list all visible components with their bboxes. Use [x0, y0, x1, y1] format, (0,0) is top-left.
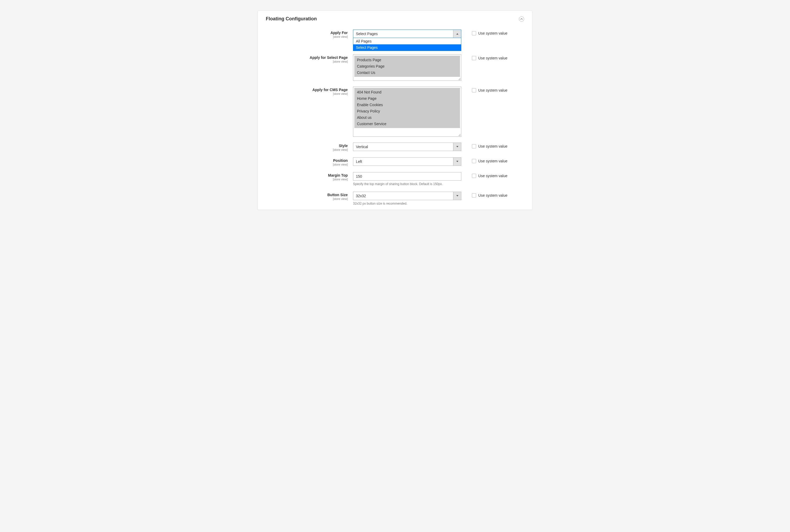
- use-system-check[interactable]: Use system value: [472, 159, 524, 163]
- apply-select-page-label: Apply for Select Page: [266, 55, 348, 60]
- field-control-col: 32x32 32x32 px button size is recommende…: [353, 192, 461, 205]
- multiselect-option[interactable]: Categories Page: [354, 63, 460, 70]
- field-style: Style [store view] Vertical Use system v…: [266, 142, 524, 152]
- checkbox-icon: [472, 88, 476, 92]
- apply-for-toggle[interactable]: [453, 30, 461, 38]
- multiselect-option[interactable]: Home Page: [354, 95, 460, 102]
- margin-top-label: Margin Top: [266, 173, 348, 178]
- button-size-select[interactable]: 32x32: [353, 192, 461, 200]
- button-size-value: 32x32: [353, 192, 453, 200]
- field-side-col: Use system value: [461, 192, 524, 197]
- use-system-label: Use system value: [478, 56, 507, 60]
- field-control-col: 404 Not Found Home Page Enable Cookies P…: [353, 87, 461, 137]
- collapse-toggle-button[interactable]: [519, 16, 524, 22]
- multiselect-option[interactable]: Customer Service: [354, 121, 460, 127]
- position-select[interactable]: Left: [353, 157, 461, 166]
- field-apply-cms-page: Apply for CMS Page [store view] 404 Not …: [266, 87, 524, 137]
- multiselect-option[interactable]: Privacy Policy: [354, 108, 460, 114]
- field-control-col: Vertical: [353, 142, 461, 151]
- use-system-check[interactable]: Use system value: [472, 193, 524, 197]
- field-label-col: Apply for CMS Page [store view]: [266, 87, 353, 96]
- field-side-col: Use system value: [461, 142, 524, 148]
- field-side-col: Use system value: [461, 157, 524, 163]
- apply-for-label: Apply For: [266, 31, 348, 35]
- field-label-col: Style [store view]: [266, 142, 353, 152]
- resize-handle-icon[interactable]: [458, 133, 461, 136]
- chevron-down-icon: [456, 195, 458, 196]
- margin-top-input[interactable]: [353, 172, 461, 180]
- field-label-col: Margin Top [store view]: [266, 172, 353, 181]
- position-label: Position: [266, 158, 348, 163]
- field-margin-top: Margin Top [store view] Specify the top …: [266, 172, 524, 186]
- checkbox-icon: [472, 174, 476, 178]
- button-size-toggle[interactable]: [453, 192, 461, 200]
- checkbox-icon: [472, 144, 476, 148]
- position-value: Left: [353, 158, 453, 166]
- resize-handle-icon[interactable]: [458, 77, 461, 80]
- use-system-check[interactable]: Use system value: [472, 88, 524, 92]
- chevron-down-icon: [456, 161, 458, 162]
- scope-label: [store view]: [266, 60, 348, 63]
- apply-for-value: Select Pages: [353, 30, 453, 38]
- field-side-col: Use system value: [461, 30, 524, 35]
- chevron-up-icon: [456, 33, 458, 35]
- button-size-note: 32x32 px button size is recommended.: [353, 202, 461, 205]
- scope-label: [store view]: [266, 92, 348, 96]
- multiselect-inner: Products Page Categories Page Contact Us: [354, 56, 460, 77]
- use-system-check[interactable]: Use system value: [472, 31, 524, 35]
- apply-select-page-multiselect[interactable]: Products Page Categories Page Contact Us: [353, 54, 461, 81]
- checkbox-icon: [472, 193, 476, 197]
- field-label-col: Button Size [store view]: [266, 192, 353, 201]
- dropdown-option[interactable]: Select Pages: [353, 44, 461, 51]
- scope-label: [store view]: [266, 35, 348, 39]
- field-label-col: Position [store view]: [266, 157, 353, 166]
- panel-header: Floating Configuration: [266, 16, 524, 22]
- apply-for-select[interactable]: Select Pages: [353, 30, 461, 38]
- use-system-check[interactable]: Use system value: [472, 144, 524, 148]
- field-label-col: Apply For [store view]: [266, 30, 353, 39]
- use-system-label: Use system value: [478, 193, 507, 197]
- use-system-label: Use system value: [478, 88, 507, 92]
- chevron-down-icon: [456, 146, 458, 147]
- apply-cms-page-multiselect[interactable]: 404 Not Found Home Page Enable Cookies P…: [353, 87, 461, 137]
- apply-cms-page-label: Apply for CMS Page: [266, 88, 348, 92]
- multiselect-option[interactable]: Products Page: [354, 57, 460, 63]
- field-side-col: Use system value: [461, 87, 524, 92]
- margin-top-note: Specify the top margin of sharing button…: [353, 182, 461, 186]
- use-system-label: Use system value: [478, 174, 507, 178]
- field-control-col: Left: [353, 157, 461, 166]
- checkbox-icon: [472, 56, 476, 60]
- field-control-col: Select Pages All Pages Select Pages: [353, 30, 461, 38]
- multiselect-inner: 404 Not Found Home Page Enable Cookies P…: [354, 88, 460, 128]
- scope-label: [store view]: [266, 178, 348, 181]
- scope-label: [store view]: [266, 163, 348, 166]
- checkbox-icon: [472, 159, 476, 163]
- style-value: Vertical: [353, 143, 453, 151]
- scope-label: [store view]: [266, 197, 348, 201]
- multiselect-option[interactable]: Contact Us: [354, 70, 460, 76]
- field-apply-select-page: Apply for Select Page [store view] Produ…: [266, 54, 524, 81]
- style-label: Style: [266, 144, 348, 148]
- field-side-col: Use system value: [461, 172, 524, 178]
- dropdown-option[interactable]: All Pages: [353, 38, 461, 44]
- position-toggle[interactable]: [453, 158, 461, 166]
- use-system-label: Use system value: [478, 144, 507, 148]
- multiselect-option[interactable]: 404 Not Found: [354, 89, 460, 95]
- field-control-col: Specify the top margin of sharing button…: [353, 172, 461, 186]
- checkbox-icon: [472, 31, 476, 35]
- style-toggle[interactable]: [453, 143, 461, 151]
- use-system-check[interactable]: Use system value: [472, 174, 524, 178]
- floating-configuration-panel: Floating Configuration Apply For [store …: [258, 11, 532, 210]
- chevron-up-icon: [520, 18, 523, 20]
- use-system-label: Use system value: [478, 31, 507, 35]
- field-apply-for: Apply For [store view] Select Pages All …: [266, 30, 524, 39]
- button-size-label: Button Size: [266, 193, 348, 197]
- use-system-check[interactable]: Use system value: [472, 56, 524, 60]
- multiselect-option[interactable]: Enable Cookies: [354, 102, 460, 108]
- apply-for-dropdown[interactable]: All Pages Select Pages: [353, 38, 461, 51]
- field-side-col: Use system value: [461, 54, 524, 60]
- style-select[interactable]: Vertical: [353, 142, 461, 151]
- multiselect-option[interactable]: About us: [354, 114, 460, 121]
- field-button-size: Button Size [store view] 32x32 32x32 px …: [266, 192, 524, 205]
- field-label-col: Apply for Select Page [store view]: [266, 54, 353, 63]
